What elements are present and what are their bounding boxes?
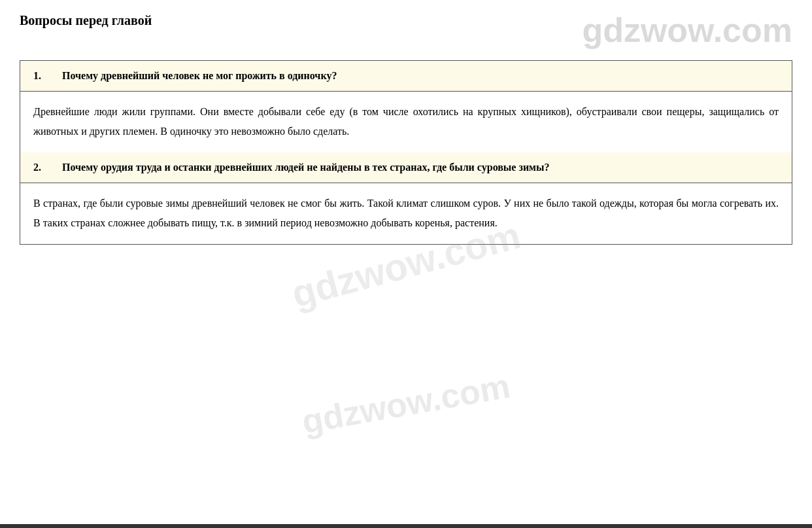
page-title: Вопросы перед главой: [20, 13, 152, 28]
answer-cell-1: Древнейшие люди жили группами. Они вмест…: [20, 92, 792, 152]
question-row-1: 1. Почему древнейший человек не мог прож…: [20, 61, 792, 92]
question-text-1: Почему древнейший человек не мог прожить…: [62, 70, 337, 81]
question-text-2: Почему орудия труда и останки древнейших…: [62, 162, 550, 173]
question-cell-1: 1. Почему древнейший человек не мог прож…: [20, 61, 792, 92]
answer-row-1: Древнейшие люди жили группами. Они вмест…: [20, 92, 792, 152]
question-number-1: 1.: [33, 70, 59, 82]
bottom-bar: [0, 524, 812, 528]
header-watermark: gdzwow.com: [582, 13, 792, 47]
question-number-2: 2.: [33, 162, 59, 173]
question-cell-2: 2. Почему орудия труда и останки древней…: [20, 152, 792, 183]
bottom-watermark: gdzwow.com: [299, 366, 513, 442]
question-row-2: 2. Почему орудия труда и останки древней…: [20, 152, 792, 183]
answer-cell-2: В странах, где были суровые зимы древней…: [20, 183, 792, 244]
qa-table: 1. Почему древнейший человек не мог прож…: [20, 60, 792, 245]
answer-row-2: В странах, где были суровые зимы древней…: [20, 183, 792, 244]
